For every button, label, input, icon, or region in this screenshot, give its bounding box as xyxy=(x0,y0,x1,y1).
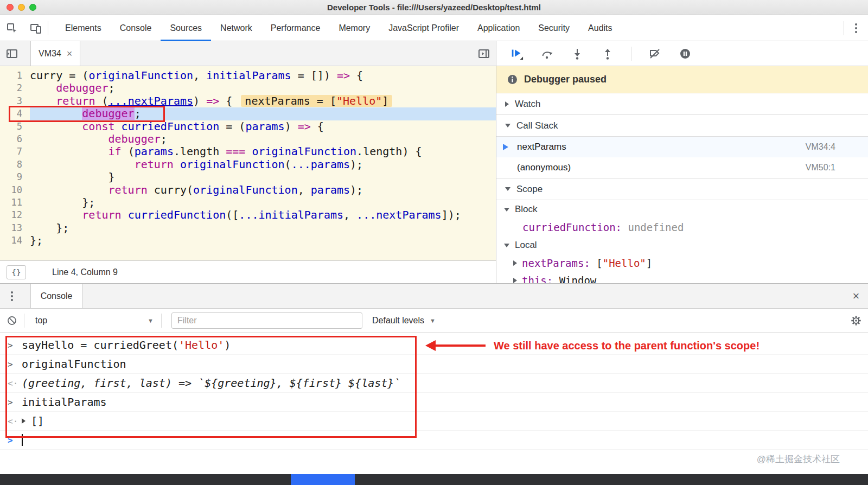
navigator-toggle-button[interactable] xyxy=(0,41,24,67)
line-number[interactable]: 3 xyxy=(0,95,30,107)
scope-variable-nextParams[interactable]: nextParams: ["Hello"] xyxy=(496,254,868,272)
step-over-button[interactable] xyxy=(540,47,554,61)
code-line-content[interactable]: debugger; xyxy=(30,107,496,120)
line-number[interactable]: 14 xyxy=(0,234,30,247)
pretty-print-button[interactable]: {} xyxy=(7,265,26,279)
console-context-selector[interactable]: top ▼ xyxy=(24,309,161,332)
expand-triangle-icon[interactable] xyxy=(22,418,25,424)
line-number[interactable]: 11 xyxy=(0,196,30,209)
variable-name: this: xyxy=(522,275,559,283)
more-options-button[interactable] xyxy=(844,15,868,41)
console-levels-dropdown[interactable]: Default levels ▼ xyxy=(372,316,436,326)
code-token: debugger xyxy=(82,107,134,120)
step-out-icon xyxy=(601,47,614,60)
call-stack-section-header[interactable]: Call Stack xyxy=(496,115,868,137)
step-into-button[interactable] xyxy=(570,47,584,61)
code-line-content[interactable]: } xyxy=(30,171,496,183)
step-out-button[interactable] xyxy=(601,47,615,61)
line-number[interactable]: 12 xyxy=(0,209,30,221)
close-drawer-button[interactable]: × xyxy=(844,283,868,309)
code-token: } xyxy=(30,170,115,183)
pause-on-exceptions-button[interactable] xyxy=(678,47,692,61)
code-token xyxy=(174,158,180,171)
code-token: return xyxy=(82,208,121,221)
scope-group-local[interactable]: Local xyxy=(496,236,868,254)
close-window-button[interactable] xyxy=(7,4,14,11)
call-stack-section-label: Call Stack xyxy=(516,120,558,131)
close-file-tab-icon[interactable]: × xyxy=(67,49,73,59)
tab-security[interactable]: Security xyxy=(529,15,579,41)
tab-console[interactable]: Console xyxy=(111,15,161,41)
resume-script-button[interactable] xyxy=(509,47,524,61)
watch-section-header[interactable]: Watch xyxy=(496,93,868,115)
call-stack-frame[interactable]: (anonymous)VM50:1 xyxy=(496,157,868,178)
code-line-content[interactable]: if (params.length === originalFunction.l… xyxy=(30,145,496,158)
drawer-menu-button[interactable] xyxy=(0,283,24,309)
code-line-content[interactable]: }; xyxy=(30,222,496,234)
device-toolbar-button[interactable] xyxy=(24,15,48,41)
deactivate-breakpoints-button[interactable] xyxy=(648,47,662,61)
console-settings-button[interactable] xyxy=(844,308,868,334)
code-token: [ xyxy=(596,257,602,269)
line-number[interactable]: 6 xyxy=(0,133,30,145)
call-stack-frame[interactable]: nextParamsVM34:4 xyxy=(496,137,868,157)
scope-section-header[interactable]: Scope xyxy=(496,178,868,200)
code-editor[interactable]: 1curry = (originalFunction, initialParam… xyxy=(0,66,496,260)
console-filter-input[interactable] xyxy=(171,312,362,329)
frame-location[interactable]: VM50:1 xyxy=(806,163,835,173)
code-line-content[interactable]: const curriedFunction = (params) => { xyxy=(30,120,496,133)
code-line-content[interactable]: return curry(originalFunction, params); xyxy=(30,184,496,196)
scope-group-block[interactable]: Block xyxy=(496,200,868,219)
background-window-accent xyxy=(291,474,355,485)
minimize-window-button[interactable] xyxy=(18,4,25,11)
editor-panel-toggle-button[interactable] xyxy=(472,41,496,67)
code-token: return xyxy=(56,94,95,107)
tab-sources[interactable]: Sources xyxy=(161,15,211,41)
line-number[interactable]: 1 xyxy=(0,69,30,82)
text-cursor xyxy=(22,434,23,446)
code-line-content[interactable]: return originalFunction(...params); xyxy=(30,158,496,171)
scope-list: BlockcurriedFunction: undefinedLocalnext… xyxy=(496,200,868,283)
code-line-content[interactable]: }; xyxy=(30,196,496,209)
console-input-chevron-icon: > xyxy=(8,397,22,407)
line-number[interactable]: 8 xyxy=(0,158,30,171)
line-number[interactable]: 10 xyxy=(0,184,30,196)
code-token xyxy=(245,145,252,158)
close-icon: × xyxy=(853,290,860,302)
console-prompt-row[interactable]: > xyxy=(0,431,868,450)
line-number[interactable]: 5 xyxy=(0,120,30,133)
code-line-content[interactable]: }; xyxy=(30,234,496,247)
tab-network[interactable]: Network xyxy=(211,15,261,41)
code-token: 'Hello' xyxy=(178,339,224,352)
inspect-element-button[interactable] xyxy=(0,15,24,41)
frame-location[interactable]: VM34:4 xyxy=(806,142,835,152)
scope-variable-curriedFunction[interactable]: curriedFunction: undefined xyxy=(496,219,868,236)
code-token xyxy=(30,94,56,107)
code-line-content[interactable]: curry = (originalFunction, initialParams… xyxy=(30,69,496,82)
code-line-6: 6 debugger; xyxy=(0,133,496,145)
file-tab-vm34[interactable]: VM34 × xyxy=(30,41,80,66)
device-toolbar-icon xyxy=(29,22,42,35)
line-number[interactable]: 13 xyxy=(0,222,30,234)
console-log[interactable]: >sayHello = curriedGreet('Hello')>origin… xyxy=(0,333,868,474)
editor-file-tabbar: VM34 × xyxy=(0,41,496,66)
line-number[interactable]: 7 xyxy=(0,145,30,158)
tab-javascript-profiler[interactable]: JavaScript Profiler xyxy=(379,15,468,41)
zoom-window-button[interactable] xyxy=(29,4,36,11)
line-number[interactable]: 2 xyxy=(0,82,30,94)
code-line-content[interactable]: debugger; xyxy=(30,82,496,94)
line-number[interactable]: 9 xyxy=(0,171,30,183)
tab-audits[interactable]: Audits xyxy=(579,15,621,41)
code-line-content[interactable]: debugger; xyxy=(30,133,496,145)
code-line-content[interactable]: return curriedFunction([...initialParams… xyxy=(30,209,496,221)
clear-console-button[interactable] xyxy=(0,308,24,334)
tab-elements[interactable]: Elements xyxy=(56,15,111,41)
code-line-content[interactable]: return (...nextParams) => {nextParams = … xyxy=(30,95,496,107)
code-token: params xyxy=(245,120,284,133)
tab-memory[interactable]: Memory xyxy=(329,15,379,41)
tab-performance[interactable]: Performance xyxy=(261,15,330,41)
line-number[interactable]: 4 xyxy=(0,107,30,120)
tab-console-drawer[interactable]: Console xyxy=(30,284,82,308)
scope-variable-this[interactable]: this: Window xyxy=(496,272,868,283)
tab-application[interactable]: Application xyxy=(468,15,529,41)
